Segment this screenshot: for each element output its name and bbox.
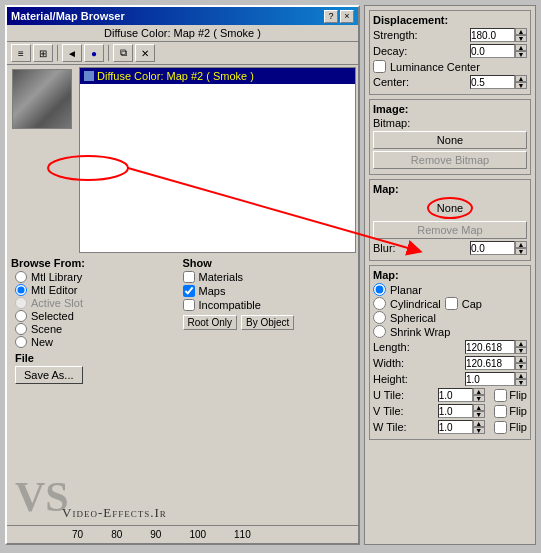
ruler-110: 110 [234, 529, 251, 540]
back-button[interactable]: ◄ [62, 44, 82, 62]
length-row: Length: ▲ ▼ [373, 340, 527, 354]
check-incompatible-input[interactable] [183, 299, 195, 311]
check-maps-input[interactable] [183, 285, 195, 297]
height-down[interactable]: ▼ [515, 379, 527, 386]
strength-input[interactable] [470, 28, 515, 42]
height-input[interactable] [465, 372, 515, 386]
width-spinner: ▲ ▼ [465, 356, 527, 370]
strength-up[interactable]: ▲ [515, 28, 527, 35]
radio-active-slot-input[interactable] [15, 297, 27, 309]
blur-input[interactable] [470, 241, 515, 255]
remove-bitmap-button[interactable]: Remove Bitmap [373, 151, 527, 169]
radio-new-input[interactable] [15, 336, 27, 348]
luminance-check[interactable] [373, 60, 386, 73]
height-row: Height: ▲ ▼ [373, 372, 527, 386]
help-button[interactable]: ? [324, 10, 338, 23]
close-button[interactable]: × [340, 10, 354, 23]
radio-new[interactable]: New [15, 336, 183, 348]
radio-mtl-library[interactable]: Mtl Library [15, 271, 183, 283]
width-label: Width: [373, 357, 428, 369]
check-incompatible[interactable]: Incompatible [183, 299, 355, 311]
u-tile-input[interactable] [438, 388, 473, 402]
tree-item[interactable]: Diffuse Color: Map #2 ( Smoke ) [80, 68, 355, 84]
blur-down[interactable]: ▼ [515, 248, 527, 255]
cylindrical-radio[interactable]: Cylindrical [373, 297, 441, 310]
check-materials-input[interactable] [183, 271, 195, 283]
radio-mtl-editor-input[interactable] [15, 284, 27, 296]
spherical-radio-input[interactable] [373, 311, 386, 324]
length-arrows: ▲ ▼ [515, 340, 527, 354]
length-up[interactable]: ▲ [515, 340, 527, 347]
none-map-button[interactable]: None [427, 197, 473, 219]
length-down[interactable]: ▼ [515, 347, 527, 354]
v-flip-label: Flip [509, 405, 527, 417]
displacement-section: Displacement: Strength: ▲ ▼ Decay: ▲ ▼ [369, 10, 531, 95]
toolbar-sep1 [57, 45, 58, 61]
w-tile-down[interactable]: ▼ [473, 427, 485, 434]
tree-pane[interactable]: Diffuse Color: Map #2 ( Smoke ) [79, 67, 356, 253]
planar-radio-input[interactable] [373, 283, 386, 296]
check-maps[interactable]: Maps [183, 285, 355, 297]
decay-down[interactable]: ▼ [515, 51, 527, 58]
center-row: Center: ▲ ▼ [373, 75, 527, 89]
width-input[interactable] [465, 356, 515, 370]
cap-check[interactable]: Cap [445, 297, 482, 310]
w-tile-arrows: ▲ ▼ [473, 420, 485, 434]
planar-radio[interactable]: Planar [373, 283, 527, 296]
u-tile-up[interactable]: ▲ [473, 388, 485, 395]
radio-active-slot[interactable]: Active Slot [15, 297, 183, 309]
spherical-radio[interactable]: Spherical [373, 311, 527, 324]
none-bitmap-button[interactable]: None [373, 131, 527, 149]
strength-label: Strength: [373, 29, 428, 41]
spherical-label: Spherical [390, 312, 436, 324]
length-input[interactable] [465, 340, 515, 354]
w-flip-input[interactable] [494, 421, 507, 434]
height-up[interactable]: ▲ [515, 372, 527, 379]
center-input[interactable] [470, 75, 515, 89]
cylindrical-label: Cylindrical [390, 298, 441, 310]
radio-scene[interactable]: Scene [15, 323, 183, 335]
shrink-wrap-radio-input[interactable] [373, 325, 386, 338]
v-tile-up[interactable]: ▲ [473, 404, 485, 411]
delete-button[interactable]: ✕ [135, 44, 155, 62]
radio-selected-input[interactable] [15, 310, 27, 322]
w-tile-up[interactable]: ▲ [473, 420, 485, 427]
check-materials[interactable]: Materials [183, 271, 355, 283]
u-flip-input[interactable] [494, 389, 507, 402]
v-flip-input[interactable] [494, 405, 507, 418]
circle-button[interactable]: ● [84, 44, 104, 62]
luminance-label: Luminance Center [390, 61, 480, 73]
cylindrical-radio-input[interactable] [373, 297, 386, 310]
shrink-wrap-radio[interactable]: Shrink Wrap [373, 325, 527, 338]
map-section: Map: None Remove Map Blur: ▲ ▼ [369, 179, 531, 261]
decay-up[interactable]: ▲ [515, 44, 527, 51]
w-flip-check[interactable]: Flip [494, 421, 527, 434]
list-view-button[interactable]: ≡ [11, 44, 31, 62]
cap-check-input[interactable] [445, 297, 458, 310]
radio-selected-label: Selected [31, 310, 74, 322]
radio-scene-input[interactable] [15, 323, 27, 335]
radio-mtl-library-input[interactable] [15, 271, 27, 283]
strength-down[interactable]: ▼ [515, 35, 527, 42]
save-as-button[interactable]: Save As... [15, 366, 83, 384]
v-tile-down[interactable]: ▼ [473, 411, 485, 418]
by-object-button[interactable]: By Object [241, 315, 294, 330]
blur-spinner: ▲ ▼ [470, 241, 527, 255]
copy-button[interactable]: ⧉ [113, 44, 133, 62]
u-flip-check[interactable]: Flip [494, 389, 527, 402]
center-up[interactable]: ▲ [515, 75, 527, 82]
radio-mtl-editor[interactable]: Mtl Editor [15, 284, 183, 296]
center-down[interactable]: ▼ [515, 82, 527, 89]
width-up[interactable]: ▲ [515, 356, 527, 363]
radio-selected[interactable]: Selected [15, 310, 183, 322]
blur-up[interactable]: ▲ [515, 241, 527, 248]
decay-input[interactable] [470, 44, 515, 58]
root-only-button[interactable]: Root Only [183, 315, 237, 330]
v-tile-input[interactable] [438, 404, 473, 418]
v-flip-check[interactable]: Flip [494, 405, 527, 418]
grid-view-button[interactable]: ⊞ [33, 44, 53, 62]
remove-map-button[interactable]: Remove Map [373, 221, 527, 239]
w-tile-input[interactable] [438, 420, 473, 434]
width-down[interactable]: ▼ [515, 363, 527, 370]
u-tile-down[interactable]: ▼ [473, 395, 485, 402]
